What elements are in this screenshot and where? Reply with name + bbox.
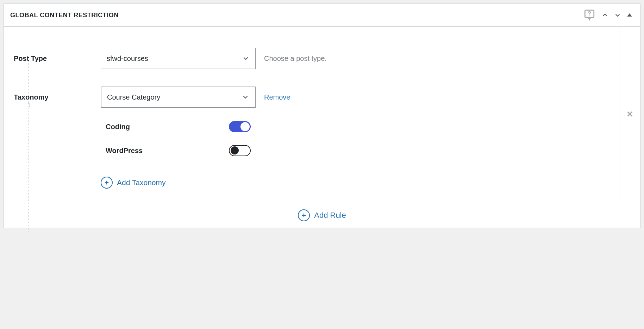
panel-header-actions: ? <box>582 9 634 21</box>
collapse-toggle-button[interactable] <box>625 11 634 19</box>
taxonomy-row: Taxonomy Course Category Remove <box>11 87 612 108</box>
remove-taxonomy-link[interactable]: Remove <box>264 93 290 101</box>
term-label: WordPress <box>106 147 143 155</box>
taxonomy-label: Taxonomy <box>11 93 101 101</box>
svg-text:?: ? <box>588 10 591 17</box>
chevron-down-icon <box>242 55 250 62</box>
move-up-button[interactable] <box>600 10 610 20</box>
close-icon <box>626 110 634 118</box>
add-rule-button[interactable]: Add Rule <box>4 203 640 228</box>
close-rule-column <box>619 27 640 203</box>
panel-body: Post Type sfwd-courses Choose a post typ… <box>4 27 640 203</box>
global-content-restriction-panel: GLOBAL CONTENT RESTRICTION ? <box>4 4 640 228</box>
svg-marker-2 <box>627 13 632 17</box>
post-type-select-value: sfwd-courses <box>107 55 148 63</box>
taxonomy-terms: Coding WordPress <box>101 115 256 163</box>
term-label: Coding <box>106 123 130 131</box>
add-taxonomy-button[interactable]: Add Taxonomy <box>101 177 612 189</box>
plus-icon <box>298 209 310 221</box>
panel-title: GLOBAL CONTENT RESTRICTION <box>10 12 119 19</box>
add-rule-label: Add Rule <box>314 211 346 220</box>
help-icon[interactable]: ? <box>582 9 597 21</box>
close-rule-button[interactable] <box>626 110 634 120</box>
taxonomy-select-value: Course Category <box>107 93 160 101</box>
term-row-wordpress: WordPress <box>101 139 256 163</box>
chevron-down-icon <box>242 93 249 101</box>
term-toggle-coding[interactable] <box>229 121 251 132</box>
rule-block: Post Type sfwd-courses Choose a post typ… <box>4 27 619 203</box>
panel-header: GLOBAL CONTENT RESTRICTION ? <box>4 4 640 27</box>
move-down-button[interactable] <box>613 10 623 20</box>
term-toggle-wordpress[interactable] <box>229 145 251 156</box>
add-taxonomy-label: Add Taxonomy <box>117 178 166 187</box>
post-type-label: Post Type <box>11 55 101 63</box>
post-type-hint: Choose a post type. <box>264 55 327 62</box>
post-type-select[interactable]: sfwd-courses <box>101 48 256 69</box>
term-row-coding: Coding <box>101 115 256 139</box>
plus-icon <box>101 177 113 189</box>
taxonomy-select[interactable]: Course Category <box>101 87 256 108</box>
post-type-row: Post Type sfwd-courses Choose a post typ… <box>11 48 612 69</box>
